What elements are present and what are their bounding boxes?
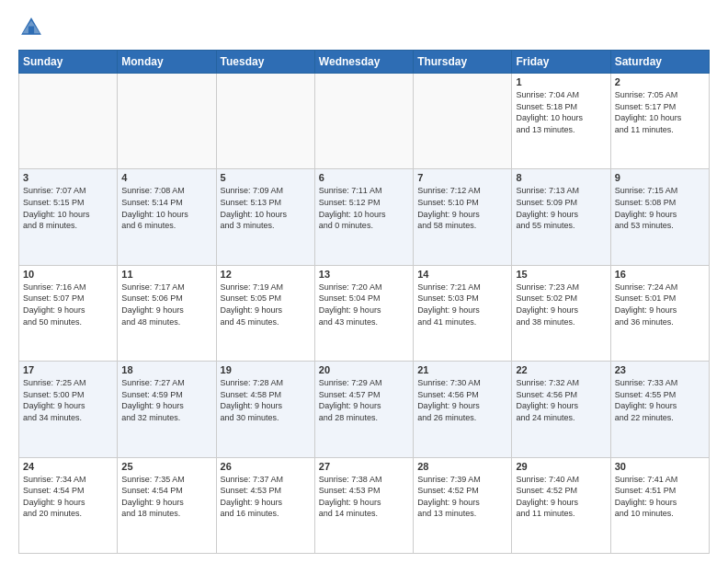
- day-info: Sunrise: 7:16 AM Sunset: 5:07 PM Dayligh…: [23, 282, 113, 327]
- day-number: 14: [417, 269, 507, 280]
- day-number: 16: [615, 269, 705, 280]
- calendar-cell: 10Sunrise: 7:16 AM Sunset: 5:07 PM Dayli…: [19, 265, 118, 361]
- calendar-cell: 25Sunrise: 7:35 AM Sunset: 4:54 PM Dayli…: [118, 457, 216, 553]
- day-number: 25: [121, 461, 211, 472]
- calendar-cell: 21Sunrise: 7:30 AM Sunset: 4:56 PM Dayli…: [414, 362, 512, 457]
- weekday-header-tuesday: Tuesday: [216, 51, 314, 74]
- day-info: Sunrise: 7:08 AM Sunset: 5:14 PM Dayligh…: [121, 185, 211, 231]
- day-info: Sunrise: 7:30 AM Sunset: 4:56 PM Dayligh…: [417, 377, 507, 423]
- day-info: Sunrise: 7:40 AM Sunset: 4:52 PM Dayligh…: [516, 474, 606, 520]
- day-info: Sunrise: 7:38 AM Sunset: 4:53 PM Dayligh…: [319, 474, 409, 520]
- day-number: 4: [121, 172, 211, 183]
- weekday-header-wednesday: Wednesday: [314, 51, 413, 74]
- calendar-cell: [314, 74, 413, 169]
- day-number: 21: [417, 364, 507, 375]
- calendar-cell: 28Sunrise: 7:39 AM Sunset: 4:52 PM Dayli…: [414, 457, 512, 553]
- calendar-cell: 29Sunrise: 7:40 AM Sunset: 4:52 PM Dayli…: [512, 457, 610, 553]
- day-info: Sunrise: 7:32 AM Sunset: 4:56 PM Dayligh…: [516, 377, 606, 423]
- day-number: 30: [615, 461, 705, 472]
- calendar-cell: 17Sunrise: 7:25 AM Sunset: 5:00 PM Dayli…: [19, 362, 118, 457]
- day-info: Sunrise: 7:04 AM Sunset: 5:18 PM Dayligh…: [516, 89, 606, 135]
- day-number: 7: [417, 172, 507, 183]
- calendar-cell: 23Sunrise: 7:33 AM Sunset: 4:55 PM Dayli…: [610, 362, 709, 457]
- calendar-cell: 20Sunrise: 7:29 AM Sunset: 4:57 PM Dayli…: [314, 362, 413, 457]
- day-info: Sunrise: 7:29 AM Sunset: 4:57 PM Dayligh…: [319, 377, 409, 423]
- weekday-header-sunday: Sunday: [19, 51, 118, 74]
- day-number: 9: [615, 172, 705, 183]
- day-info: Sunrise: 7:20 AM Sunset: 5:04 PM Dayligh…: [319, 282, 409, 327]
- day-number: 15: [516, 269, 606, 280]
- weekday-header-friday: Friday: [512, 51, 610, 74]
- weekday-header-thursday: Thursday: [414, 51, 512, 74]
- day-number: 18: [121, 364, 211, 375]
- day-info: Sunrise: 7:23 AM Sunset: 5:02 PM Dayligh…: [516, 282, 606, 327]
- day-info: Sunrise: 7:17 AM Sunset: 5:06 PM Dayligh…: [121, 282, 211, 327]
- calendar-cell: [216, 74, 314, 169]
- calendar-cell: 6Sunrise: 7:11 AM Sunset: 5:12 PM Daylig…: [314, 169, 413, 265]
- calendar-cell: 2Sunrise: 7:05 AM Sunset: 5:17 PM Daylig…: [610, 74, 709, 169]
- day-number: 12: [221, 269, 311, 280]
- day-number: 1: [516, 76, 606, 87]
- calendar-cell: 26Sunrise: 7:37 AM Sunset: 4:53 PM Dayli…: [216, 457, 314, 553]
- day-info: Sunrise: 7:37 AM Sunset: 4:53 PM Dayligh…: [221, 474, 311, 520]
- day-number: 24: [23, 461, 113, 472]
- calendar-cell: 9Sunrise: 7:15 AM Sunset: 5:08 PM Daylig…: [610, 169, 709, 265]
- calendar-cell: [414, 74, 512, 169]
- day-info: Sunrise: 7:24 AM Sunset: 5:01 PM Dayligh…: [615, 282, 705, 327]
- calendar-cell: 11Sunrise: 7:17 AM Sunset: 5:06 PM Dayli…: [118, 265, 216, 361]
- day-info: Sunrise: 7:09 AM Sunset: 5:13 PM Dayligh…: [221, 185, 311, 231]
- calendar-week-2: 3Sunrise: 7:07 AM Sunset: 5:15 PM Daylig…: [19, 169, 710, 265]
- day-info: Sunrise: 7:25 AM Sunset: 5:00 PM Dayligh…: [23, 377, 113, 423]
- day-number: 8: [516, 172, 606, 183]
- day-number: 6: [319, 172, 409, 183]
- calendar-week-3: 10Sunrise: 7:16 AM Sunset: 5:07 PM Dayli…: [19, 265, 710, 361]
- calendar-cell: 24Sunrise: 7:34 AM Sunset: 4:54 PM Dayli…: [19, 457, 118, 553]
- day-info: Sunrise: 7:11 AM Sunset: 5:12 PM Dayligh…: [319, 185, 409, 231]
- day-number: 23: [615, 364, 705, 375]
- calendar-cell: 13Sunrise: 7:20 AM Sunset: 5:04 PM Dayli…: [314, 265, 413, 361]
- calendar-cell: 22Sunrise: 7:32 AM Sunset: 4:56 PM Dayli…: [512, 362, 610, 457]
- logo: [18, 15, 48, 40]
- calendar-cell: 1Sunrise: 7:04 AM Sunset: 5:18 PM Daylig…: [512, 74, 610, 169]
- calendar-cell: 30Sunrise: 7:41 AM Sunset: 4:51 PM Dayli…: [610, 457, 709, 553]
- day-number: 26: [221, 461, 311, 472]
- day-info: Sunrise: 7:15 AM Sunset: 5:08 PM Dayligh…: [615, 185, 705, 231]
- calendar-cell: 3Sunrise: 7:07 AM Sunset: 5:15 PM Daylig…: [19, 169, 118, 265]
- day-info: Sunrise: 7:41 AM Sunset: 4:51 PM Dayligh…: [615, 474, 705, 520]
- day-number: 17: [23, 364, 113, 375]
- day-info: Sunrise: 7:39 AM Sunset: 4:52 PM Dayligh…: [417, 474, 507, 520]
- day-number: 11: [121, 269, 211, 280]
- day-number: 20: [319, 364, 409, 375]
- calendar-cell: 12Sunrise: 7:19 AM Sunset: 5:05 PM Dayli…: [216, 265, 314, 361]
- day-info: Sunrise: 7:05 AM Sunset: 5:17 PM Dayligh…: [615, 89, 705, 135]
- calendar-cell: 18Sunrise: 7:27 AM Sunset: 4:59 PM Dayli…: [118, 362, 216, 457]
- day-number: 13: [319, 269, 409, 280]
- day-info: Sunrise: 7:07 AM Sunset: 5:15 PM Dayligh…: [23, 185, 113, 231]
- calendar-cell: 5Sunrise: 7:09 AM Sunset: 5:13 PM Daylig…: [216, 169, 314, 265]
- calendar-cell: 19Sunrise: 7:28 AM Sunset: 4:58 PM Dayli…: [216, 362, 314, 457]
- day-info: Sunrise: 7:34 AM Sunset: 4:54 PM Dayligh…: [23, 474, 113, 520]
- calendar-week-5: 24Sunrise: 7:34 AM Sunset: 4:54 PM Dayli…: [19, 457, 710, 553]
- weekday-header-monday: Monday: [118, 51, 216, 74]
- calendar-cell: [19, 74, 118, 169]
- calendar-cell: 14Sunrise: 7:21 AM Sunset: 5:03 PM Dayli…: [414, 265, 512, 361]
- day-number: 27: [319, 461, 409, 472]
- calendar-cell: 8Sunrise: 7:13 AM Sunset: 5:09 PM Daylig…: [512, 169, 610, 265]
- calendar-week-4: 17Sunrise: 7:25 AM Sunset: 5:00 PM Dayli…: [19, 362, 710, 457]
- day-number: 28: [417, 461, 507, 472]
- day-info: Sunrise: 7:35 AM Sunset: 4:54 PM Dayligh…: [121, 474, 211, 520]
- day-number: 2: [615, 76, 705, 87]
- page: SundayMondayTuesdayWednesdayThursdayFrid…: [0, 0, 728, 563]
- calendar-table: SundayMondayTuesdayWednesdayThursdayFrid…: [18, 50, 710, 554]
- day-number: 10: [23, 269, 113, 280]
- calendar-cell: 4Sunrise: 7:08 AM Sunset: 5:14 PM Daylig…: [118, 169, 216, 265]
- weekday-header-saturday: Saturday: [610, 51, 709, 74]
- day-info: Sunrise: 7:21 AM Sunset: 5:03 PM Dayligh…: [417, 282, 507, 327]
- calendar-cell: 7Sunrise: 7:12 AM Sunset: 5:10 PM Daylig…: [414, 169, 512, 265]
- logo-icon: [18, 15, 44, 40]
- day-number: 22: [516, 364, 606, 375]
- day-info: Sunrise: 7:19 AM Sunset: 5:05 PM Dayligh…: [221, 282, 311, 327]
- calendar-week-1: 1Sunrise: 7:04 AM Sunset: 5:18 PM Daylig…: [19, 74, 710, 169]
- day-number: 19: [221, 364, 311, 375]
- calendar-cell: 15Sunrise: 7:23 AM Sunset: 5:02 PM Dayli…: [512, 265, 610, 361]
